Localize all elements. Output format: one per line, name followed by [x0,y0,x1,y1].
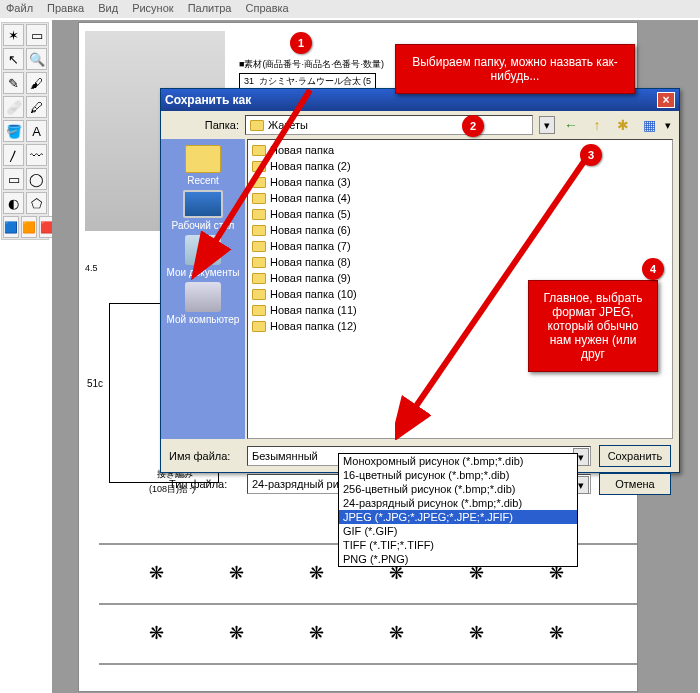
filename-label: Имя файла: [169,450,239,462]
dialog-toolbar: Папка: Жакеты ▾ ← ↑ ✱ ▦ ▾ [161,111,679,139]
list-item[interactable]: Новая папка (4) [250,190,670,206]
tool-button[interactable]: ▭ [26,24,47,46]
svg-text:❋: ❋ [309,563,324,583]
svg-text:❋: ❋ [469,623,484,643]
folder-name: Новая папка (8) [270,256,351,268]
list-item[interactable]: Новая папка (3) [250,174,670,190]
tool-button[interactable]: 🔍 [26,48,47,70]
tool-button[interactable]: ▭ [3,168,24,190]
folder-icon [252,241,266,252]
folder-name: Новая папка (10) [270,288,357,300]
menu-palette[interactable]: Палитра [188,2,232,16]
svg-text:❋: ❋ [549,623,564,643]
folder-icon [252,209,266,220]
folder-name: Новая папка (12) [270,320,357,332]
svg-text:❋: ❋ [149,623,164,643]
folder-combo[interactable]: Жакеты [245,115,533,135]
filetype-label: Тип файла: [169,478,239,490]
folder-icon [252,225,266,236]
tool-button[interactable]: 🩹 [3,96,24,118]
places-documents[interactable]: Мои документы [167,235,240,278]
folder-name: Новая папка (5) [270,208,351,220]
menu-file[interactable]: Файл [6,2,33,16]
places-recent[interactable]: Recent [185,145,221,186]
folder-dropdown-button[interactable]: ▾ [539,116,555,134]
filetype-option[interactable]: 24-разрядный рисунок (*.bmp;*.dib) [339,496,577,510]
toolbox: ✶▭↖🔍✎🖌🩹🖊🪣A〳〰▭◯◐⬠ 🟦🟧🟥🟩 [1,22,49,240]
save-button[interactable]: Сохранить [599,445,671,467]
cancel-button[interactable]: Отмена [599,473,671,495]
filetype-option[interactable]: GIF (*.GIF) [339,524,577,538]
filetype-option[interactable]: 16-цветный рисунок (*.bmp;*.dib) [339,468,577,482]
color-swatch[interactable]: 🟦 [3,216,19,238]
list-item[interactable]: Новая папка (2) [250,158,670,174]
svg-text:❋: ❋ [229,563,244,583]
folder-icon [252,321,266,332]
tool-button[interactable]: 🪣 [3,120,24,142]
folder-icon [252,257,266,268]
filetype-option[interactable]: PNG (*.PNG) [339,552,577,566]
tool-button[interactable]: ✎ [3,72,24,94]
folder-icon [252,177,266,188]
dialog-title: Сохранить как [165,93,251,107]
folder-name: Новая папка [270,144,334,156]
tool-button[interactable]: 🖌 [26,72,47,94]
up-one-level-icon[interactable]: ↑ [587,115,607,135]
close-icon[interactable]: × [657,92,675,108]
menu-view[interactable]: Вид [98,2,118,16]
menu-image[interactable]: Рисунок [132,2,174,16]
callout-jpeg: Главное, выбрать формат JPEG, который об… [528,280,658,372]
folder-icon [252,145,266,156]
folder-icon [250,120,264,131]
measure-side: 51c [87,378,103,389]
filetype-dropdown-list[interactable]: Монохромный рисунок (*.bmp;*.dib)16-цвет… [338,453,578,567]
folder-name: Новая папка (9) [270,272,351,284]
svg-text:❋: ❋ [389,623,404,643]
tool-button[interactable]: ✶ [3,24,24,46]
menu-help[interactable]: Справка [246,2,289,16]
back-icon[interactable]: ← [561,115,581,135]
list-item[interactable]: Новая папка (5) [250,206,670,222]
filetype-option[interactable]: Монохромный рисунок (*.bmp;*.dib) [339,454,577,468]
tool-button[interactable]: A [26,120,47,142]
menu-edit[interactable]: Правка [47,2,84,16]
svg-text:❋: ❋ [149,563,164,583]
badge-2: 2 [462,115,484,137]
filetype-option[interactable]: JPEG (*.JPG;*.JPEG;*.JPE;*.JFIF) [339,510,577,524]
list-item[interactable]: Новая папка (8) [250,254,670,270]
tool-button[interactable]: ◐ [3,192,24,214]
tool-button[interactable]: 🖊 [26,96,47,118]
places-desktop[interactable]: Рабочий стол [172,190,235,231]
chevron-down-icon[interactable]: ▾ [665,119,671,132]
tool-button[interactable]: ⬠ [26,192,47,214]
tool-button[interactable]: ◯ [26,168,47,190]
color-swatch[interactable]: 🟧 [21,216,37,238]
tool-button[interactable]: 〳 [3,144,24,166]
list-item[interactable]: Новая папка (7) [250,238,670,254]
new-folder-icon[interactable]: ✱ [613,115,633,135]
folder-icon [252,273,266,284]
measure-45: 4.5 [85,263,98,273]
svg-text:❋: ❋ [309,623,324,643]
folder-value: Жакеты [268,119,308,131]
tool-button[interactable]: 〰 [26,144,47,166]
badge-3: 3 [580,144,602,166]
places-bar: Recent Рабочий стол Мои документы Мой ко… [161,139,245,439]
filetype-option[interactable]: 256-цветный рисунок (*.bmp;*.dib) [339,482,577,496]
badge-1: 1 [290,32,312,54]
places-computer[interactable]: Мой компьютер [167,282,240,325]
list-item[interactable]: Новая папка [250,142,670,158]
folder-label: Папка: [169,119,239,131]
tool-button[interactable]: ↖ [3,48,24,70]
folder-icon [252,305,266,316]
filetype-option[interactable]: TIFF (*.TIF;*.TIFF) [339,538,577,552]
views-icon[interactable]: ▦ [639,115,659,135]
list-item[interactable]: Новая папка (6) [250,222,670,238]
folder-name: Новая папка (2) [270,160,351,172]
callout-folder: Выбираем папку, можно назвать как-нибудь… [395,44,635,94]
folder-name: Новая папка (4) [270,192,351,204]
folder-name: Новая папка (11) [270,304,357,316]
badge-4: 4 [642,258,664,280]
svg-text:❋: ❋ [229,623,244,643]
folder-icon [252,289,266,300]
